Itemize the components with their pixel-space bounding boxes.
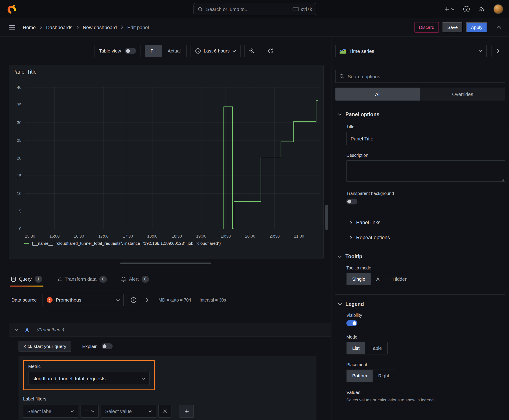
- breadcrumb-dashboards[interactable]: Dashboards: [46, 24, 72, 30]
- repeat-options-section[interactable]: Repeat options: [350, 230, 505, 245]
- tab-query[interactable]: Query 1: [10, 272, 43, 287]
- chevron-down-icon: [479, 50, 482, 52]
- add-filter-button[interactable]: [180, 405, 194, 418]
- tab-alert[interactable]: Alert 0: [120, 272, 150, 287]
- zoom-out-icon: [249, 48, 255, 54]
- panel-links-label: Panel links: [356, 220, 380, 225]
- select-label-dropdown[interactable]: Select label: [23, 405, 78, 418]
- legend-header[interactable]: Legend: [335, 301, 505, 307]
- panel-links-section[interactable]: Panel links: [350, 215, 505, 230]
- breadcrumb-home[interactable]: Home: [23, 24, 36, 30]
- search-placeholder: Search or jump to...: [206, 6, 289, 12]
- tooltip-mode-label: Tooltip mode: [346, 265, 505, 270]
- rss-icon: [479, 6, 485, 12]
- svg-text:19:30: 19:30: [220, 234, 231, 239]
- angle-right-icon: [350, 235, 352, 240]
- breadcrumb-new-dashboard[interactable]: New dashboard: [83, 24, 117, 30]
- search-icon: [198, 7, 203, 12]
- legend-list-option[interactable]: List: [347, 342, 365, 354]
- legend-right-option[interactable]: Right: [372, 370, 395, 382]
- svg-text:25: 25: [17, 138, 21, 143]
- datasource-picker[interactable]: Prometheus: [43, 294, 124, 306]
- legend-bottom-option[interactable]: Bottom: [347, 370, 373, 382]
- panel-title-input[interactable]: [346, 132, 505, 145]
- refresh-button[interactable]: [263, 45, 278, 57]
- kick-start-query-button[interactable]: Kick start your query: [18, 341, 71, 352]
- operator-dropdown[interactable]: =: [81, 405, 99, 418]
- angle-right-icon: [497, 49, 500, 53]
- transform-icon: [56, 276, 62, 282]
- scrollbar-thumb[interactable]: [325, 205, 328, 230]
- tab-query-label: Query: [19, 276, 32, 282]
- panel-options-sidebar: Time series All Overrides Pa: [331, 37, 509, 420]
- transform-count-badge: 0: [99, 276, 107, 283]
- page-header-bar: Home Dashboards New dashboard Edit panel…: [0, 18, 509, 37]
- legend-visibility-toggle[interactable]: [346, 320, 357, 326]
- chevron-down-icon: [338, 303, 342, 306]
- datasource-help-button[interactable]: ?: [127, 294, 140, 306]
- news-button[interactable]: [479, 6, 485, 12]
- remove-filter-button[interactable]: [159, 405, 171, 418]
- chevron-down-icon: [451, 8, 455, 10]
- actual-option[interactable]: Actual: [162, 45, 186, 57]
- title-label: Title: [346, 124, 505, 129]
- tooltip-header[interactable]: Tooltip: [335, 254, 505, 260]
- collapse-options-button[interactable]: [495, 24, 502, 30]
- options-search-input[interactable]: [348, 74, 501, 79]
- save-button[interactable]: Save: [443, 22, 463, 32]
- description-textarea[interactable]: [346, 160, 505, 182]
- close-icon: [163, 409, 167, 413]
- chevron-right-icon: [39, 25, 42, 29]
- fill-option[interactable]: Fill: [145, 45, 162, 57]
- angle-right-icon: [350, 221, 352, 225]
- table-view-toggle[interactable]: [125, 48, 136, 54]
- svg-text:16:00: 16:00: [49, 234, 60, 239]
- select-value-dropdown[interactable]: Select value: [101, 405, 156, 418]
- max-data-points-summary: MD = auto = 704: [159, 298, 191, 302]
- resize-grip-icon[interactable]: [501, 179, 504, 181]
- fill-actual-segmented: Fill Actual: [145, 45, 187, 57]
- discard-button[interactable]: Discard: [414, 22, 439, 32]
- chart-panel: Panel Title 051015202530354015:3016:0016…: [9, 65, 324, 259]
- clock-icon: [195, 48, 201, 54]
- tooltip-hidden-option[interactable]: Hidden: [387, 273, 413, 285]
- legend-series[interactable]: {__name__="cloudflared_tunnel_total_requ…: [24, 241, 221, 246]
- tab-transform-label: Transform data: [65, 276, 97, 282]
- menu-toggle-button[interactable]: [7, 23, 17, 32]
- global-search-input[interactable]: Search or jump to... ctrl+k: [193, 3, 316, 15]
- query-options-expander[interactable]: [146, 298, 149, 302]
- metric-label: Metric: [28, 364, 150, 369]
- toggle-viz-pane-button[interactable]: [491, 45, 505, 57]
- transparent-background-toggle[interactable]: [346, 199, 357, 204]
- panel-options-header[interactable]: Panel options: [335, 112, 505, 118]
- table-view-control: Table view: [94, 45, 141, 57]
- legend-table-option[interactable]: Table: [365, 342, 387, 354]
- apply-button[interactable]: Apply: [466, 22, 487, 32]
- time-range-picker[interactable]: Last 6 hours: [190, 45, 241, 57]
- tab-all[interactable]: All: [335, 88, 420, 101]
- pane-resize-handle[interactable]: [120, 262, 211, 264]
- tooltip-mode-segmented: Single All Hidden: [346, 273, 413, 285]
- tooltip-single-option[interactable]: Single: [347, 273, 371, 285]
- metric-select[interactable]: cloudflared_tunnel_total_requests: [28, 372, 150, 385]
- svg-text:17:30: 17:30: [123, 234, 133, 239]
- breadcrumb-edit-panel: Edit panel: [127, 24, 149, 30]
- zoom-out-button[interactable]: [245, 45, 259, 57]
- user-avatar[interactable]: [494, 4, 503, 14]
- query-count-badge: 1: [35, 276, 42, 283]
- explain-toggle[interactable]: [101, 343, 113, 349]
- tab-transform-data[interactable]: Transform data 0: [55, 272, 108, 287]
- new-menu-button[interactable]: [444, 6, 455, 12]
- grafana-logo-icon[interactable]: [7, 4, 17, 14]
- chevron-down-icon[interactable]: [14, 329, 18, 331]
- chevron-down-icon: [338, 113, 342, 116]
- chevron-down-icon: [233, 50, 236, 52]
- chevron-down-icon: [116, 299, 120, 301]
- svg-text:0: 0: [19, 227, 21, 231]
- time-series-chart[interactable]: 051015202530354015:3016:0016:3017:0017:3…: [9, 65, 324, 259]
- help-button[interactable]: ?: [463, 6, 470, 13]
- tooltip-all-option[interactable]: All: [371, 273, 387, 285]
- tab-overrides[interactable]: Overrides: [420, 88, 505, 101]
- visualization-picker[interactable]: Time series: [335, 45, 486, 57]
- metric-value: cloudflared_tunnel_total_requests: [32, 375, 106, 381]
